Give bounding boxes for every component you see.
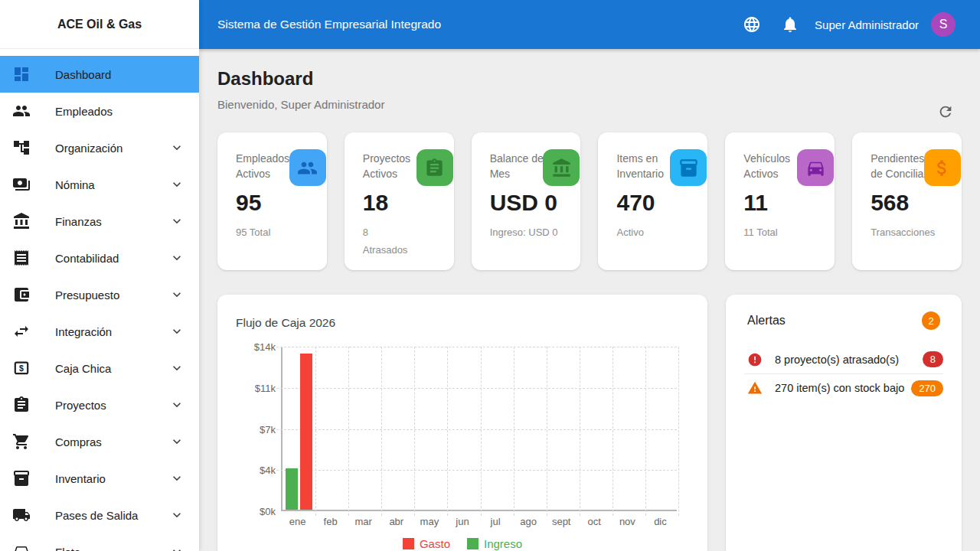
inventory-icon bbox=[670, 149, 707, 186]
h-gridline bbox=[276, 429, 677, 430]
stat-card-items-en-inventario: Items en Inventario 470 Activo bbox=[598, 132, 707, 270]
x-axis-label: abr bbox=[380, 516, 413, 527]
legend-label: Ingreso bbox=[484, 537, 522, 550]
bank-icon bbox=[12, 212, 31, 230]
v-gridline bbox=[580, 347, 580, 516]
page-head: Dashboard Bienvenido, Super Administrado… bbox=[217, 69, 962, 111]
page-title: Dashboard bbox=[217, 69, 962, 89]
stat-card-proyectos-activos: Proyectos Activos 18 8 Atrasados bbox=[345, 132, 454, 270]
legend-swatch bbox=[467, 538, 479, 549]
chevron-down-icon bbox=[169, 471, 185, 486]
avatar[interactable]: S bbox=[931, 12, 956, 37]
alert-count-badge: 8 bbox=[923, 351, 943, 367]
sidebar-item-inventario[interactable]: Inventario bbox=[0, 460, 199, 497]
alerts-list: 8 proyecto(s) atrasado(s) 8 270 item(s) … bbox=[744, 345, 943, 402]
alert-row[interactable]: 270 item(s) con stock bajo 270 bbox=[744, 373, 943, 402]
sidebar-item-presupuesto[interactable]: Presupuesto bbox=[0, 276, 199, 313]
refresh-button[interactable] bbox=[937, 103, 956, 121]
x-axis-label: ago bbox=[512, 516, 545, 527]
sidebar: ACE Oil & Gas Dashboard Empleados Organi… bbox=[0, 0, 199, 551]
bar-gasto-ene bbox=[300, 354, 312, 510]
sidebar-item-compras[interactable]: Compras bbox=[0, 423, 199, 460]
cart-icon bbox=[12, 432, 31, 451]
page-subtitle: Bienvenido, Super Administrador bbox=[217, 98, 962, 111]
legend-item-ingreso[interactable]: Ingreso bbox=[467, 537, 522, 550]
receipt-icon bbox=[12, 249, 31, 267]
user-name[interactable]: Super Administrador bbox=[815, 18, 919, 31]
h-gridline bbox=[276, 470, 677, 471]
chevron-down-icon bbox=[169, 214, 185, 229]
stat-subtext: Ingreso: USD 0 bbox=[490, 223, 570, 241]
alerts-header: Alertas 2 bbox=[744, 311, 943, 330]
chevron-down-icon bbox=[169, 287, 185, 302]
alerts-count-badge: 2 bbox=[922, 311, 940, 330]
v-gridline bbox=[645, 347, 646, 516]
x-axis-label: sept bbox=[545, 516, 578, 527]
sidebar-item-empleados[interactable]: Empleados bbox=[0, 93, 199, 129]
alert-row[interactable]: 8 proyecto(s) atrasado(s) 8 bbox=[744, 345, 943, 373]
people-icon bbox=[289, 149, 326, 186]
sidebar-item-caja-chica[interactable]: $ Caja Chica bbox=[0, 350, 199, 386]
x-axis-label: ene bbox=[281, 516, 314, 527]
cash-box-icon: $ bbox=[12, 359, 31, 377]
chevron-down-icon bbox=[169, 140, 185, 155]
payments-icon bbox=[12, 175, 31, 194]
alerts-card: Alertas 2 8 proyecto(s) atrasado(s) 8 27… bbox=[726, 295, 962, 551]
stat-card-empleados-activos: Empleados Activos 95 95 Total bbox=[217, 132, 327, 270]
car-icon bbox=[797, 149, 834, 186]
sidebar-item-flota[interactable]: Flota bbox=[0, 533, 199, 551]
y-axis-tick: $7k bbox=[236, 423, 276, 435]
sidebar-item-pases-de-salida[interactable]: Pases de Salida bbox=[0, 497, 199, 533]
notifications-button[interactable] bbox=[781, 15, 799, 34]
sidebar-item-contabilidad[interactable]: Contabilidad bbox=[0, 240, 199, 276]
chevron-down-icon bbox=[169, 250, 185, 266]
clipboard-icon bbox=[12, 396, 31, 414]
dashboard-icon bbox=[12, 65, 31, 83]
stat-card-balance-del-mes: Balance del Mes USD 0 Ingreso: USD 0 bbox=[472, 132, 581, 270]
error-icon bbox=[747, 352, 763, 367]
cash-flow-chart-card: Flujo de Caja 2026 $0k$4k$7k$11k$14k ene… bbox=[217, 295, 707, 551]
stat-card-pendientes-de-conciliar: Pendientes de Conciliar 568 Transaccione… bbox=[852, 132, 962, 270]
y-axis-tick: $14k bbox=[236, 341, 276, 353]
sidebar-item-organizacion[interactable]: Organización bbox=[0, 129, 199, 166]
chevron-down-icon bbox=[169, 397, 185, 412]
stat-subtext: Activo bbox=[616, 223, 697, 241]
swap-icon bbox=[12, 322, 31, 341]
inventory-icon bbox=[12, 469, 31, 487]
stat-value: 11 bbox=[743, 190, 824, 216]
topbar: Sistema de Gestión Empresarial Integrado… bbox=[199, 0, 980, 49]
x-axis-label: may bbox=[413, 516, 446, 527]
sidebar-item-nomina[interactable]: Nómina bbox=[0, 166, 199, 203]
avatar-initial: S bbox=[939, 18, 948, 31]
stats-row: Empleados Activos 95 95 Total Proyectos … bbox=[217, 132, 962, 270]
chart-title: Flujo de Caja 2026 bbox=[236, 316, 689, 330]
legend-item-gasto[interactable]: Gasto bbox=[403, 537, 450, 550]
sidebar-item-proyectos[interactable]: Proyectos bbox=[0, 386, 199, 423]
sidebar-item-finanzas[interactable]: Finanzas bbox=[0, 203, 199, 240]
content: Dashboard Bienvenido, Super Administrado… bbox=[199, 49, 980, 551]
stat-value: 95 bbox=[236, 190, 316, 216]
x-axis-label: jun bbox=[446, 516, 479, 527]
sidebar-menu: Dashboard Empleados Organización Nómina … bbox=[0, 49, 199, 551]
legend-label: Gasto bbox=[420, 537, 450, 550]
sidebar-item-dashboard[interactable]: Dashboard bbox=[0, 56, 199, 93]
people-icon bbox=[12, 102, 31, 120]
car-icon bbox=[12, 543, 31, 551]
dollar-icon bbox=[924, 149, 961, 186]
stat-subtext: Transacciones bbox=[871, 223, 951, 241]
stat-subtext: 8 Atrasados bbox=[363, 223, 443, 259]
x-axis-label: dic bbox=[644, 516, 677, 527]
bank-icon bbox=[543, 149, 580, 186]
v-gridline bbox=[678, 347, 679, 516]
chart-legend: GastoIngreso bbox=[236, 537, 689, 550]
language-button[interactable] bbox=[743, 15, 761, 34]
org-tree-icon bbox=[12, 139, 31, 157]
brand: ACE Oil & Gas bbox=[0, 0, 199, 49]
x-axis-label: oct bbox=[578, 516, 611, 527]
v-gridline bbox=[612, 347, 613, 516]
sidebar-item-integracion[interactable]: Integración bbox=[0, 313, 199, 350]
v-gridline bbox=[315, 347, 316, 516]
svg-text:$: $ bbox=[19, 364, 24, 373]
clipboard-icon bbox=[416, 149, 453, 186]
v-gridline bbox=[414, 347, 415, 516]
